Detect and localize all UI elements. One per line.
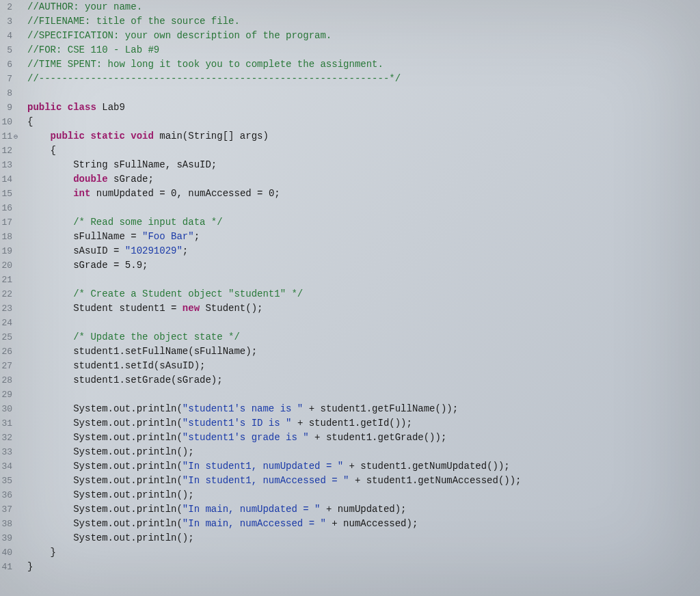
code-line[interactable]: student1.setGrade(sGrade); bbox=[27, 373, 700, 388]
line-number: 38 bbox=[0, 517, 19, 531]
code-token: System.out.println( bbox=[27, 475, 183, 486]
code-token: student1.setFullName(sFullName); bbox=[27, 346, 257, 357]
code-token: "In student1, numUpdated = " bbox=[183, 461, 343, 472]
code-token: System.out.println( bbox=[27, 403, 183, 414]
code-token: 5.9 bbox=[125, 260, 142, 271]
code-token: + student1.getFullName()); bbox=[303, 403, 458, 414]
code-line[interactable]: } bbox=[27, 545, 700, 560]
code-line[interactable]: } bbox=[27, 560, 700, 574]
code-line[interactable]: //--------------------------------------… bbox=[27, 72, 700, 86]
code-line[interactable]: public class Lab9 bbox=[27, 100, 700, 115]
code-line[interactable]: System.out.println("In main, numUpdated … bbox=[27, 502, 700, 517]
line-number: 24 bbox=[0, 316, 19, 330]
code-token: double bbox=[73, 174, 107, 185]
code-token: new bbox=[183, 303, 200, 314]
code-line[interactable]: Student student1 = new Student(); bbox=[27, 301, 700, 316]
code-line[interactable] bbox=[27, 388, 700, 402]
code-token: System.out.println( bbox=[27, 418, 183, 429]
line-number: 36 bbox=[0, 488, 19, 502]
code-token: } bbox=[27, 547, 56, 558]
line-number: 25 bbox=[0, 330, 19, 344]
code-token: public static void bbox=[51, 131, 154, 141]
code-token: "student1's name is " bbox=[183, 403, 303, 414]
code-line[interactable]: //FOR: CSE 110 - Lab #9 bbox=[27, 43, 700, 57]
code-token: //FOR: CSE 110 - Lab #9 bbox=[27, 44, 159, 55]
line-number: 34 bbox=[0, 459, 19, 474]
code-line[interactable] bbox=[27, 273, 700, 287]
code-token: Lab9 bbox=[96, 102, 125, 113]
line-number: 20 bbox=[0, 258, 19, 273]
line-number: 6 bbox=[0, 57, 19, 72]
code-line[interactable]: //SPECIFICATION: your own description of… bbox=[27, 29, 700, 43]
code-line[interactable]: { bbox=[27, 115, 700, 129]
code-line[interactable]: System.out.println("student1's ID is " +… bbox=[27, 416, 700, 431]
code-line[interactable]: /* Update the object state */ bbox=[27, 330, 700, 344]
code-editor[interactable]: 234567891011⊖121314151617181920212223242… bbox=[0, 0, 700, 596]
code-line[interactable]: sAsuID = "10291029"; bbox=[27, 244, 700, 258]
code-token: student1.setGrade(sGrade); bbox=[27, 375, 223, 385]
line-number: 18 bbox=[0, 230, 19, 244]
line-number: 29 bbox=[0, 388, 19, 402]
code-line[interactable]: System.out.println("student1's name is "… bbox=[27, 402, 700, 416]
line-number: 5 bbox=[0, 43, 19, 57]
code-line[interactable]: System.out.println(); bbox=[27, 445, 700, 459]
code-token: "In main, numUpdated = " bbox=[183, 504, 321, 515]
code-area[interactable]: //AUTHOR: your name.//FILENAME: title of… bbox=[25, 0, 700, 596]
code-token: "In student1, numAccessed = " bbox=[183, 475, 349, 486]
code-token: "student1's ID is " bbox=[183, 418, 292, 429]
line-number: 12 bbox=[0, 144, 19, 158]
line-number: 28 bbox=[0, 373, 19, 388]
code-line[interactable]: /* Create a Student object "student1" */ bbox=[27, 287, 700, 301]
code-line[interactable] bbox=[27, 316, 700, 330]
line-number: 35 bbox=[0, 474, 19, 488]
code-token: { bbox=[27, 145, 56, 156]
code-line[interactable]: //TIME SPENT: how long it took you to co… bbox=[27, 57, 700, 72]
code-token: //FILENAME: title of the source file. bbox=[27, 16, 240, 27]
code-line[interactable]: double sGrade; bbox=[27, 172, 700, 187]
code-line[interactable]: System.out.println(); bbox=[27, 488, 700, 502]
code-token: ; bbox=[142, 260, 148, 271]
code-line[interactable]: System.out.println("student1's grade is … bbox=[27, 431, 700, 445]
code-token bbox=[27, 174, 73, 185]
code-line[interactable]: int numUpdated = 0, numAccessed = 0; bbox=[27, 187, 700, 201]
line-number: 11⊖ bbox=[0, 129, 19, 144]
code-token: ; bbox=[183, 245, 188, 256]
code-line[interactable]: System.out.println(); bbox=[27, 531, 700, 545]
code-token: //AUTHOR: your name. bbox=[27, 1, 142, 12]
code-line[interactable]: String sFullName, sAsuID; bbox=[27, 158, 700, 172]
line-number: 33 bbox=[0, 445, 19, 459]
code-line[interactable]: System.out.println("In student1, numUpda… bbox=[27, 459, 700, 474]
line-number: 17 bbox=[0, 215, 19, 230]
line-number: 19 bbox=[0, 244, 19, 258]
code-token: sFullName = bbox=[27, 231, 142, 242]
code-line[interactable]: //AUTHOR: your name. bbox=[27, 0, 700, 14]
line-number: 9 bbox=[0, 100, 19, 115]
line-number: 37 bbox=[0, 502, 19, 517]
code-line[interactable] bbox=[27, 86, 700, 100]
fold-icon[interactable]: ⊖ bbox=[12, 130, 19, 144]
code-token: "student1's grade is " bbox=[183, 432, 309, 443]
code-token: System.out.println(); bbox=[27, 446, 194, 457]
code-line[interactable]: student1.setFullName(sFullName); bbox=[27, 344, 700, 359]
code-line[interactable]: //FILENAME: title of the source file. bbox=[27, 14, 700, 29]
code-line[interactable]: public static void main(String[] args) bbox=[27, 129, 700, 144]
code-line[interactable]: student1.setId(sAsuID); bbox=[27, 359, 700, 373]
code-line[interactable]: sGrade = 5.9; bbox=[27, 258, 700, 273]
line-number: 10 bbox=[0, 115, 19, 129]
code-token: System.out.println(); bbox=[27, 532, 194, 543]
code-line[interactable]: System.out.println("In main, numAccessed… bbox=[27, 517, 700, 531]
code-line[interactable]: { bbox=[27, 144, 700, 158]
code-line[interactable]: sFullName = "Foo Bar"; bbox=[27, 230, 700, 244]
code-token: "In main, numAccessed = " bbox=[183, 518, 326, 529]
code-line[interactable]: /* Read some input data */ bbox=[27, 215, 700, 230]
code-token: String sFullName, sAsuID; bbox=[27, 159, 217, 170]
code-line[interactable] bbox=[27, 201, 700, 215]
line-number: 3 bbox=[0, 14, 19, 29]
line-number: 13 bbox=[0, 158, 19, 172]
code-token: Student student1 = bbox=[27, 303, 183, 314]
line-number: 4 bbox=[0, 29, 19, 43]
line-number: 7 bbox=[0, 72, 19, 86]
line-number-gutter: 234567891011⊖121314151617181920212223242… bbox=[0, 0, 25, 596]
code-token: //SPECIFICATION: your own description of… bbox=[27, 30, 332, 41]
code-line[interactable]: System.out.println("In student1, numAcce… bbox=[27, 474, 700, 488]
